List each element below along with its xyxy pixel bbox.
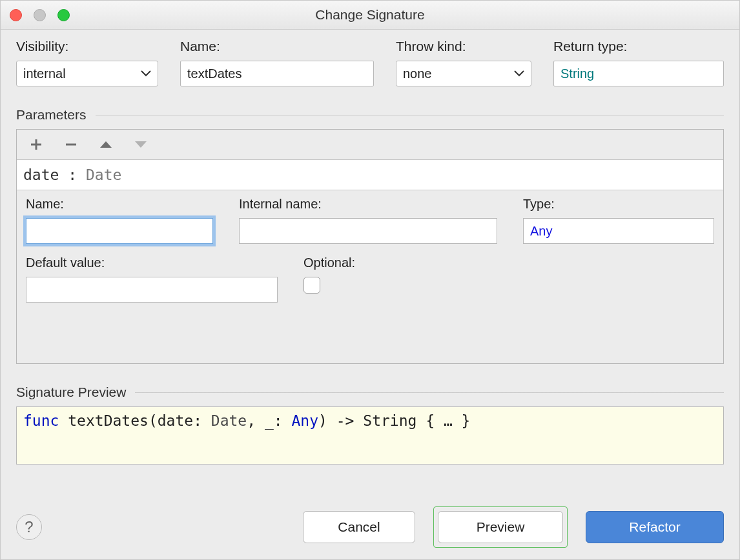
close-window-button[interactable] [10, 9, 22, 21]
sig-p2-type: Any [291, 412, 318, 429]
sig-p2-name: _ [265, 412, 274, 429]
param-name: date [23, 166, 59, 183]
minimize-window-button[interactable] [34, 9, 46, 21]
chevron-down-icon [514, 70, 524, 77]
signature-preview-header: Signature Preview [16, 385, 724, 400]
name-label: Name: [180, 39, 374, 54]
name-input[interactable]: textDates [180, 61, 374, 86]
visibility-value: internal [23, 66, 66, 81]
window-title: Change Signature [1, 7, 739, 23]
param-type-input[interactable]: Any [523, 218, 714, 244]
param-optional-field: Optional: [303, 255, 355, 303]
remove-parameter-button[interactable] [63, 137, 79, 152]
signature-preview-label: Signature Preview [16, 385, 126, 400]
cancel-label: Cancel [338, 519, 380, 535]
param-name-field: Name: [26, 197, 213, 244]
sig-p1-name: date [158, 412, 193, 429]
param-optional-label: Optional: [303, 255, 355, 270]
dialog-button-row: ? Cancel Preview Refactor [16, 506, 724, 548]
sig-return-type: String [363, 412, 416, 429]
preview-button[interactable]: Preview [438, 511, 563, 543]
throw-kind-label: Throw kind: [396, 39, 531, 54]
visibility-label: Visibility: [16, 39, 158, 54]
throw-kind-field: Throw kind: none [396, 39, 531, 86]
help-button[interactable]: ? [16, 514, 42, 540]
param-internal-name-input[interactable] [239, 218, 497, 244]
param-name-label: Name: [26, 197, 213, 212]
cancel-button[interactable]: Cancel [303, 511, 415, 543]
help-icon: ? [25, 518, 33, 536]
parameters-panel: date : Date Name: Internal name: [16, 129, 724, 364]
visibility-field: Visibility: internal [16, 39, 158, 86]
parameters-empty-area [17, 314, 723, 363]
parameter-list-row[interactable]: date : Date [17, 160, 723, 190]
param-internal-name-label: Internal name: [239, 197, 497, 212]
signature-fields-row: Visibility: internal Name: textDates Thr… [16, 39, 724, 86]
throw-kind-value: none [403, 66, 432, 81]
chevron-down-icon [141, 70, 151, 77]
return-type-input[interactable]: String [553, 61, 724, 86]
sig-p1-type: Date [211, 412, 247, 429]
throw-kind-select[interactable]: none [396, 61, 531, 86]
name-value: textDates [187, 66, 242, 81]
refactor-button[interactable]: Refactor [586, 511, 724, 543]
refactor-label: Refactor [629, 519, 680, 535]
move-parameter-up-button[interactable] [98, 137, 114, 152]
titlebar: Change Signature [1, 1, 739, 30]
return-type-field: Return type: String [553, 39, 724, 86]
add-parameter-button[interactable] [28, 137, 44, 152]
divider [135, 392, 724, 393]
sig-func-keyword: func [23, 412, 59, 429]
parameter-details: Name: Internal name: Type: [17, 190, 723, 314]
window-controls [10, 9, 70, 21]
visibility-select[interactable]: internal [16, 61, 158, 86]
default-button-ring: Preview [433, 506, 568, 548]
return-type-value: String [560, 66, 594, 81]
param-default-value-field: Default value: [26, 255, 278, 303]
param-internal-name-field: Internal name: [239, 197, 497, 244]
sig-body: { … } [426, 412, 470, 429]
parameters-section-header: Parameters [16, 107, 724, 123]
param-optional-checkbox[interactable] [303, 277, 320, 294]
param-default-value-label: Default value: [26, 255, 278, 270]
param-type: Date [86, 166, 121, 183]
param-name-input[interactable] [26, 218, 213, 244]
parameters-toolbar [17, 130, 723, 160]
parameters-label: Parameters [16, 107, 87, 123]
divider [96, 115, 724, 115]
preview-label: Preview [477, 519, 525, 535]
maximize-window-button[interactable] [57, 9, 70, 21]
sig-function-name: textDates [68, 412, 149, 429]
param-type-label: Type: [523, 197, 714, 212]
param-default-value-input[interactable] [26, 277, 278, 303]
signature-preview-box: func textDates(date: Date, _: Any) -> St… [16, 406, 724, 465]
param-type-field: Type: Any [523, 197, 714, 244]
move-parameter-down-button[interactable] [133, 137, 149, 152]
param-type-value: Any [530, 224, 552, 239]
change-signature-dialog: Change Signature Visibility: internal Na… [0, 0, 740, 560]
name-field: Name: textDates [180, 39, 374, 86]
return-type-label: Return type: [553, 39, 724, 54]
